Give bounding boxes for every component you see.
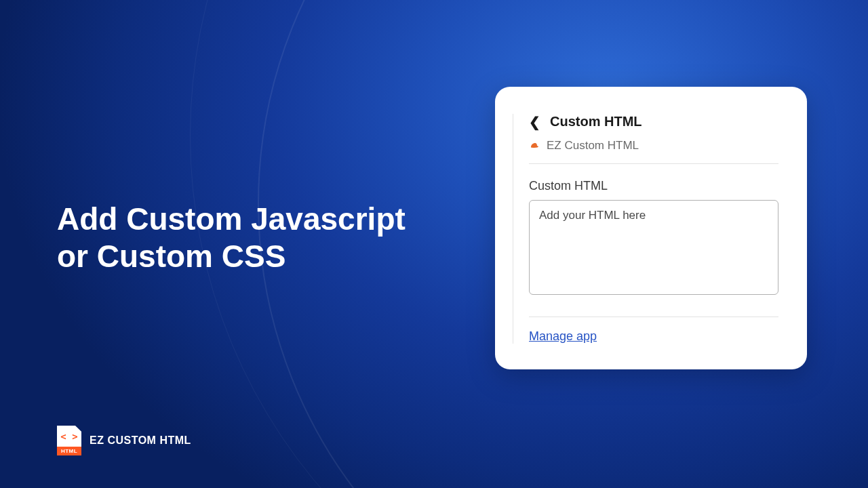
manage-app-link[interactable]: Manage app bbox=[529, 329, 597, 343]
brand-name: EZ CUSTOM HTML bbox=[90, 434, 191, 447]
field-label: Custom HTML bbox=[529, 179, 778, 193]
code-brackets-icon: < > bbox=[57, 426, 81, 447]
settings-card: ❮ Custom HTML EZ Custom HTML Custom HTML… bbox=[495, 87, 807, 369]
back-chevron-icon[interactable]: ❮ bbox=[529, 115, 540, 129]
app-name-label: EZ Custom HTML bbox=[547, 139, 639, 152]
headline-text: Add Custom Javascript or Custom CSS bbox=[57, 201, 406, 275]
brand-logo: < > HTML EZ CUSTOM HTML bbox=[57, 426, 191, 455]
divider bbox=[529, 317, 778, 317]
panel-title: Custom HTML bbox=[550, 114, 642, 129]
hat-icon bbox=[529, 140, 540, 152]
html-file-icon: < > HTML bbox=[57, 426, 81, 455]
card-divider-left bbox=[513, 114, 513, 344]
custom-html-input[interactable] bbox=[529, 200, 778, 295]
panel-header: ❮ Custom HTML bbox=[529, 114, 778, 129]
app-row: EZ Custom HTML bbox=[529, 139, 778, 164]
html-badge: HTML bbox=[57, 447, 81, 455]
